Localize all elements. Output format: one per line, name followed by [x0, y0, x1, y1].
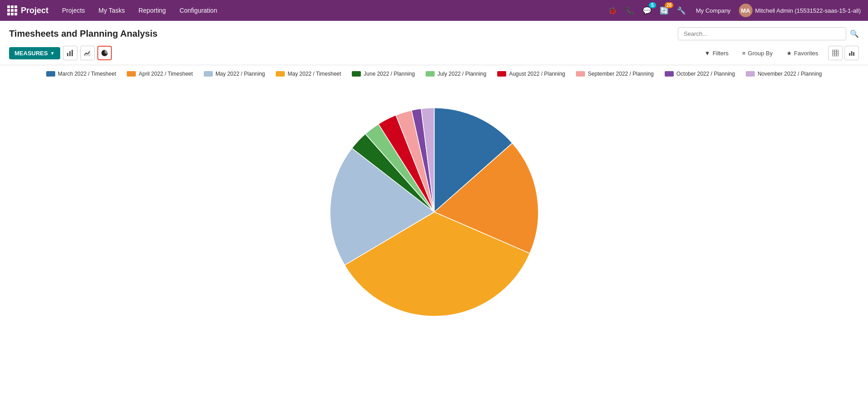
bar-chart-button[interactable] — [63, 46, 77, 60]
group-by-label: Group By — [748, 50, 773, 57]
legend-item: August 2022 / Planning — [497, 71, 565, 77]
filters-button[interactable]: ▼ Filters — [701, 48, 732, 58]
group-icon: ≡ — [742, 50, 746, 57]
pie-chart — [317, 85, 552, 321]
svg-rect-0 — [67, 53, 68, 56]
favorites-button[interactable]: ★ Favorites — [783, 48, 822, 58]
search-bar: 🔍 — [678, 27, 859, 40]
group-by-button[interactable]: ≡ Group By — [739, 48, 777, 58]
legend-label: March 2022 / Timesheet — [58, 71, 116, 77]
legend-color — [352, 71, 361, 77]
app-logo[interactable]: Project — [7, 5, 48, 15]
legend-label: August 2022 / Planning — [509, 71, 565, 77]
top-navigation: Project Projects My Tasks Reporting Conf… — [0, 0, 868, 21]
legend-label: May 2022 / Timesheet — [288, 71, 341, 77]
svg-rect-2 — [72, 50, 73, 56]
updates-icon[interactable]: 🔄 28 — [658, 4, 671, 17]
legend-item: November 2022 / Planning — [746, 71, 822, 77]
company-selector[interactable]: My Company — [692, 5, 734, 16]
view-switcher — [828, 46, 859, 60]
svg-rect-5 — [832, 50, 839, 56]
area-chart-icon — [84, 49, 91, 57]
legend-label: October 2022 / Planning — [676, 71, 735, 77]
chart-legend: March 2022 / TimesheetApril 2022 / Times… — [0, 67, 868, 81]
user-menu[interactable]: MA Mitchell Admin (15531522-saas-15-1-al… — [739, 4, 861, 17]
search-input[interactable] — [678, 27, 846, 40]
chart-area — [0, 81, 868, 330]
app-title: Project — [21, 6, 48, 15]
main-menu: Projects My Tasks Reporting Configuratio… — [56, 1, 603, 19]
legend-item: May 2022 / Planning — [204, 71, 265, 77]
legend-label: July 2022 / Planning — [437, 71, 486, 77]
legend-item: March 2022 / Timesheet — [46, 71, 116, 77]
legend-color — [276, 71, 285, 77]
toolbar-divider — [0, 65, 868, 65]
chat-badge: 5 — [649, 2, 656, 8]
svg-rect-10 — [849, 53, 850, 56]
bar-chart-icon — [67, 49, 74, 57]
legend-color — [665, 71, 674, 77]
favorites-label: Favorites — [794, 50, 818, 57]
legend-color — [46, 71, 55, 77]
legend-color — [576, 71, 585, 77]
legend-color — [426, 71, 435, 77]
filters-label: Filters — [713, 50, 729, 57]
grid-icon — [7, 5, 17, 15]
svg-rect-11 — [851, 51, 853, 56]
phone-icon[interactable]: 📞 — [623, 4, 636, 17]
legend-color — [746, 71, 755, 77]
legend-color — [497, 71, 506, 77]
legend-item: June 2022 / Planning — [352, 71, 415, 77]
measures-label: MEASURES — [14, 50, 48, 57]
settings-icon[interactable]: 🔧 — [675, 4, 688, 17]
legend-label: April 2022 / Timesheet — [139, 71, 192, 77]
top-right-actions: 🐞 📞 💬 5 🔄 28 🔧 My Company MA Mitchell Ad… — [606, 4, 861, 17]
legend-item: April 2022 / Timesheet — [127, 71, 192, 77]
table-view-button[interactable] — [828, 46, 843, 60]
menu-my-tasks[interactable]: My Tasks — [92, 1, 131, 19]
legend-label: November 2022 / Planning — [758, 71, 822, 77]
star-icon: ★ — [786, 50, 792, 57]
table-icon — [832, 50, 839, 56]
page-header: Timesheets and Planning Analysis 🔍 — [0, 21, 868, 44]
legend-color — [204, 71, 213, 77]
svg-rect-12 — [853, 52, 854, 56]
legend-item: September 2022 / Planning — [576, 71, 653, 77]
toolbar-right: ▼ Filters ≡ Group By ★ Favorites — [701, 46, 859, 60]
filter-icon: ▼ — [705, 50, 710, 57]
menu-reporting[interactable]: Reporting — [132, 1, 173, 19]
avatar: MA — [739, 4, 753, 17]
search-icon[interactable]: 🔍 — [850, 29, 859, 38]
legend-item: October 2022 / Planning — [665, 71, 735, 77]
pie-chart-button[interactable] — [97, 46, 112, 60]
page-title: Timesheets and Planning Analysis — [9, 29, 158, 39]
legend-label: May 2022 / Planning — [216, 71, 265, 77]
updates-badge: 28 — [665, 2, 673, 8]
toolbar-left: MEASURES ▼ — [9, 46, 112, 60]
legend-item: May 2022 / Timesheet — [276, 71, 341, 77]
measures-button[interactable]: MEASURES ▼ — [9, 47, 60, 59]
measures-arrow-icon: ▼ — [50, 51, 55, 56]
user-name: Mitchell Admin (15531522-saas-15-1-all) — [755, 7, 861, 14]
legend-item: July 2022 / Planning — [426, 71, 486, 77]
legend-color — [127, 71, 136, 77]
bug-icon[interactable]: 🐞 — [606, 4, 619, 17]
chat-icon[interactable]: 💬 5 — [641, 4, 653, 17]
legend-label: June 2022 / Planning — [364, 71, 415, 77]
barchart-small-icon — [849, 50, 855, 56]
legend-label: September 2022 / Planning — [588, 71, 653, 77]
pie-chart-icon — [101, 49, 108, 57]
chart-view-button[interactable] — [844, 46, 859, 60]
menu-configuration[interactable]: Configuration — [173, 1, 223, 19]
area-chart-button[interactable] — [80, 46, 95, 60]
svg-rect-1 — [69, 51, 71, 56]
toolbar: MEASURES ▼ ▼ Filters — [0, 44, 868, 65]
menu-projects[interactable]: Projects — [56, 1, 91, 19]
